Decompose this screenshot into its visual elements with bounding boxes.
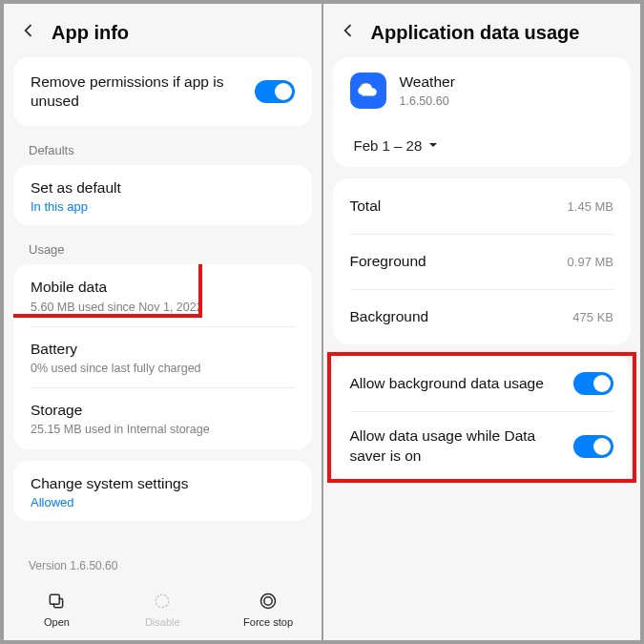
screen-app-info: App info Remove permissions if app is un… xyxy=(4,4,322,640)
remove-permissions-label: Remove permissions if app is unused xyxy=(31,73,255,111)
row-app-identity: Weather 1.6.50.60 xyxy=(333,57,632,124)
open-label: Open xyxy=(44,616,70,628)
svg-point-3 xyxy=(264,597,272,605)
force-stop-button[interactable]: Force stop xyxy=(216,579,322,640)
header: Application data usage xyxy=(323,4,641,57)
background-label: Background xyxy=(350,307,573,326)
set-default-label: Set as default xyxy=(31,178,295,197)
back-icon[interactable] xyxy=(339,21,358,44)
back-icon[interactable] xyxy=(19,21,38,44)
screen-data-usage: Application data usage Weather 1.6.50.60… xyxy=(323,4,641,640)
force-stop-icon xyxy=(259,592,278,613)
weather-app-icon xyxy=(350,73,386,109)
app-version: 1.6.50.60 xyxy=(400,93,614,109)
svg-rect-0 xyxy=(51,594,60,604)
toggle-allow-data-saver[interactable] xyxy=(573,435,613,458)
section-usage: Usage xyxy=(4,237,322,264)
chevron-down-icon xyxy=(427,137,439,154)
row-change-system-settings[interactable]: Change system settings Allowed xyxy=(13,461,312,521)
disable-button: Disable xyxy=(110,579,216,640)
background-value: 475 KB xyxy=(572,310,613,324)
row-remove-permissions[interactable]: Remove permissions if app is unused xyxy=(13,57,312,126)
page-title: App info xyxy=(52,22,129,44)
open-button[interactable]: Open xyxy=(4,579,110,640)
foreground-value: 0.97 MB xyxy=(568,255,613,269)
allow-ds-label: Allow data usage while Data saver is on xyxy=(350,426,574,465)
change-sys-sub: Allowed xyxy=(31,495,295,509)
foreground-label: Foreground xyxy=(350,252,568,271)
date-range-label: Feb 1 – 28 xyxy=(354,137,423,154)
storage-label: Storage xyxy=(31,401,295,420)
page-title: Application data usage xyxy=(371,22,580,44)
mobile-data-label: Mobile data xyxy=(31,278,295,297)
row-allow-background[interactable]: Allow background data usage xyxy=(333,356,632,411)
row-allow-data-saver[interactable]: Allow data usage while Data saver is on xyxy=(333,411,632,480)
set-default-sub: In this app xyxy=(31,199,295,214)
battery-label: Battery xyxy=(31,340,295,359)
total-value: 1.45 MB xyxy=(568,199,613,214)
allow-bg-label: Allow background data usage xyxy=(350,374,574,393)
svg-point-2 xyxy=(261,594,276,609)
storage-sub: 25.15 MB used in Internal storage xyxy=(31,422,295,437)
row-date-range[interactable]: Feb 1 – 28 xyxy=(333,124,632,167)
total-label: Total xyxy=(350,197,568,216)
row-storage[interactable]: Storage 25.15 MB used in Internal storag… xyxy=(13,387,312,448)
svg-point-1 xyxy=(156,594,169,607)
force-stop-label: Force stop xyxy=(243,616,293,628)
row-battery[interactable]: Battery 0% used since last fully charged xyxy=(13,326,312,387)
toggle-allow-background[interactable] xyxy=(573,372,613,395)
row-foreground: Foreground 0.97 MB xyxy=(333,234,632,289)
row-total: Total 1.45 MB xyxy=(333,178,632,234)
disable-icon xyxy=(153,592,172,613)
battery-sub: 0% used since last fully charged xyxy=(31,361,295,376)
open-icon xyxy=(47,592,66,613)
row-mobile-data[interactable]: Mobile data 5.60 MB used since Nov 1, 20… xyxy=(13,264,312,325)
header: App info xyxy=(4,4,322,57)
toggle-remove-permissions[interactable] xyxy=(255,80,295,103)
app-name: Weather xyxy=(400,73,614,92)
bottom-bar: Open Disable Force stop xyxy=(4,579,322,640)
mobile-data-sub: 5.60 MB used since Nov 1, 2022 xyxy=(31,300,295,315)
row-background: Background 475 KB xyxy=(333,289,632,344)
row-set-default[interactable]: Set as default In this app xyxy=(13,165,312,225)
disable-label: Disable xyxy=(145,616,180,628)
section-defaults: Defaults xyxy=(4,137,322,165)
change-sys-label: Change system settings xyxy=(31,474,295,493)
